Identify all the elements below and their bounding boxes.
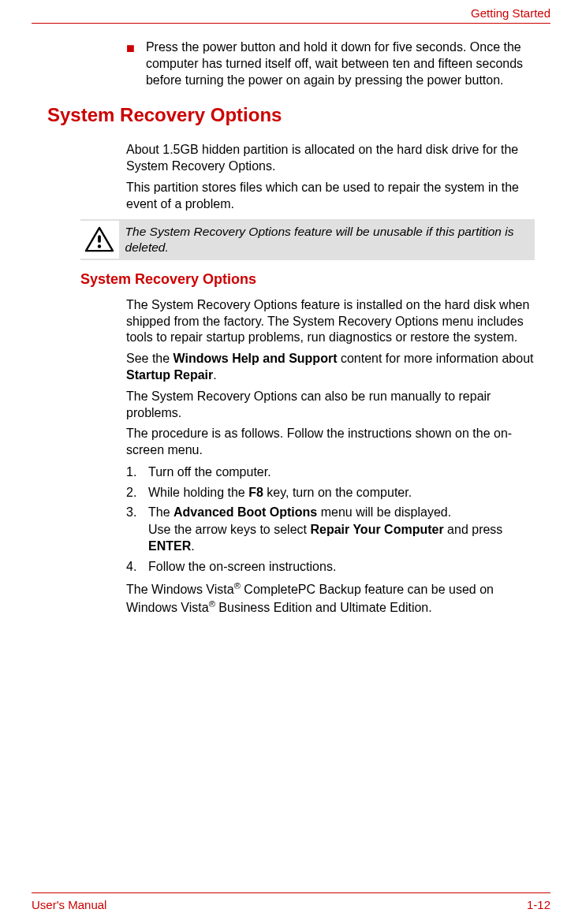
- list-text: While holding the F8 key, turn on the co…: [148, 484, 535, 501]
- caution-note: The System Recovery Options feature will…: [80, 219, 535, 260]
- text: and press: [444, 523, 503, 536]
- text: content for more information about: [337, 352, 533, 365]
- text: The: [148, 505, 173, 519]
- paragraph: The System Recovery Options feature is i…: [126, 297, 535, 346]
- paragraph: The Windows Vista® CompletePC Backup fea…: [126, 580, 535, 617]
- registered-mark: ®: [209, 599, 215, 609]
- registered-mark: ®: [234, 581, 241, 591]
- page: Getting Started ■ Press the power button…: [0, 0, 582, 924]
- square-bullet-icon: ■: [126, 39, 135, 88]
- list-item: 4. Follow the on-screen instructions.: [126, 558, 535, 576]
- text: The Windows Vista: [126, 583, 234, 596]
- page-header: Getting Started: [32, 0, 550, 24]
- list-number: 2.: [126, 484, 148, 501]
- text: While holding the: [148, 486, 248, 499]
- text-bold: F8: [248, 486, 263, 499]
- footer-page-number: 1-12: [527, 898, 550, 911]
- page-footer: User's Manual 1-12: [32, 892, 550, 911]
- chapter-title: Getting Started: [471, 6, 550, 20]
- subheading-system-recovery-options: System Recovery Options: [80, 271, 535, 288]
- text-bold: Windows Help and Support: [173, 352, 338, 365]
- list-item: 3. The Advanced Boot Options menu will b…: [126, 504, 535, 555]
- caution-text: The System Recovery Options feature will…: [119, 221, 530, 259]
- paragraph: This partition stores files which can be…: [126, 180, 535, 213]
- text: key, turn on the computer.: [263, 486, 412, 499]
- list-number: 1.: [126, 464, 148, 481]
- svg-point-1: [98, 244, 101, 248]
- list-text: The Advanced Boot Options menu will be d…: [148, 504, 535, 555]
- paragraph: See the Windows Help and Support content…: [126, 351, 535, 384]
- text-bold: Startup Repair: [126, 368, 213, 382]
- paragraph: About 1.5GB hidden partition is allocate…: [126, 142, 535, 175]
- bullet-text: Press the power button and hold it down …: [146, 39, 535, 88]
- list-number: 4.: [126, 558, 148, 576]
- paragraph: The System Recovery Options can also be …: [126, 389, 535, 422]
- content-area: ■ Press the power button and hold it dow…: [32, 39, 550, 617]
- text: Business Edition and Ultimate Edition.: [215, 601, 432, 614]
- heading-system-recovery-options: System Recovery Options: [47, 104, 535, 126]
- list-item: 2. While holding the F8 key, turn on the…: [126, 484, 535, 501]
- text-bold: Repair Your Computer: [310, 523, 443, 536]
- text: .: [191, 539, 194, 553]
- text: Use the arrow keys to select: [148, 523, 310, 536]
- list-item: 1. Turn off the computer.: [126, 464, 535, 481]
- list-number: 3.: [126, 504, 148, 555]
- ordered-list: 1. Turn off the computer. 2. While holdi…: [126, 464, 535, 576]
- paragraph: The procedure is as follows. Follow the …: [126, 426, 535, 459]
- bullet-item: ■ Press the power button and hold it dow…: [126, 39, 535, 88]
- text-bold: Advanced Boot Options: [173, 505, 317, 519]
- text: See the: [126, 352, 173, 365]
- caution-icon-wrap: [80, 221, 119, 259]
- text: .: [213, 368, 216, 382]
- text-bold: ENTER: [148, 539, 191, 553]
- caution-icon: [84, 226, 114, 253]
- list-text: Turn off the computer.: [148, 464, 535, 481]
- svg-rect-0: [98, 235, 101, 242]
- list-text: Follow the on-screen instructions.: [148, 558, 535, 576]
- footer-left: User's Manual: [32, 898, 106, 911]
- text: menu will be displayed.: [317, 505, 451, 519]
